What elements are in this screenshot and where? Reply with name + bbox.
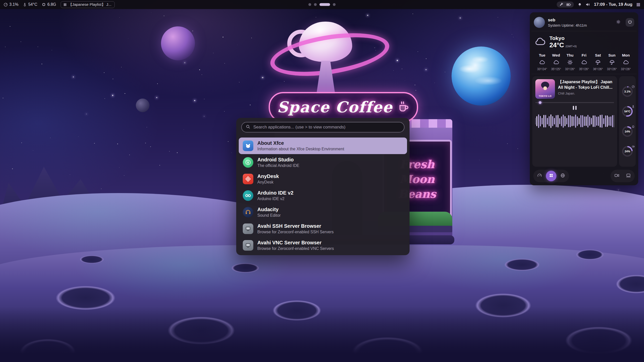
forecast-day: Tue 33°/24° [535, 53, 549, 71]
workspace-dot[interactable] [333, 3, 336, 6]
app-grid-icon[interactable] [636, 3, 640, 7]
weather-city: Tokyo [549, 35, 577, 41]
star [223, 37, 223, 37]
system-gauges: 3.1% 54°C 14% 24% [619, 76, 636, 167]
temperature-stat-value: 54°C [28, 2, 37, 7]
topbar-left-group: 3.1% 54°C 6.8G 【Japanese Playlist】 J... [4, 1, 115, 8]
system-tray[interactable] [557, 2, 574, 8]
star [445, 72, 445, 72]
star [397, 60, 398, 61]
display-button[interactable] [623, 171, 634, 181]
app-row-arduino-ide[interactable]: Arduino IDE v2Arduino IDE v2 [239, 187, 407, 204]
waveform-bar [542, 118, 543, 125]
waveform-bar [601, 115, 602, 128]
star [125, 93, 125, 94]
waveform-bar [535, 118, 536, 124]
waveform-bar [568, 115, 569, 127]
search-input[interactable] [253, 124, 400, 130]
star [426, 58, 427, 59]
star [517, 149, 518, 149]
star [42, 64, 42, 64]
track-title: 【Japanese Playlist】 Japan All Night - To… [558, 79, 613, 90]
now-playing-widget[interactable]: 【Japanese Playlist】 J... [61, 1, 115, 8]
app-description: Browse for Zeroconf-enabled VNC Servers [257, 246, 334, 251]
apps-button[interactable] [546, 171, 556, 181]
waveform-bar [573, 116, 574, 126]
star [184, 62, 185, 63]
waveform-bar [536, 116, 537, 126]
video-camera-icon [614, 173, 619, 179]
star [113, 79, 113, 79]
star [21, 143, 22, 143]
power-button[interactable] [626, 18, 634, 27]
star [150, 146, 151, 147]
app-row-android-studio[interactable]: Android StudioThe official Android IDE [239, 154, 407, 171]
workspace-indicator [308, 3, 336, 6]
waveform-bar [552, 116, 553, 126]
app-description: The official Android IDE [257, 163, 299, 168]
app-row-audacity[interactable]: AudacitySound Editor [239, 204, 407, 220]
star [121, 67, 122, 67]
foreground-shadow [0, 307, 644, 362]
waveform-bar [609, 117, 610, 125]
app-row-avahi-vnc[interactable]: Avahi VNC Server BrowserBrowse for Zeroc… [239, 237, 407, 253]
waveform-bar [561, 116, 562, 126]
star [128, 38, 129, 39]
seek-handle[interactable] [539, 101, 541, 104]
dashboard-icon [537, 173, 542, 179]
waveform-bar [600, 115, 601, 127]
waveform-bar [580, 115, 581, 127]
music-player: TOKYO LO 【Japanese Playlist】 Japan All N… [532, 76, 617, 167]
app-name: Audacity [257, 206, 281, 212]
notifications-bell-icon[interactable] [578, 3, 582, 7]
battery-icon [566, 3, 571, 6]
star [199, 69, 200, 70]
star [224, 63, 225, 64]
disk-icon [632, 145, 635, 149]
star [21, 41, 21, 42]
app-name: Android Studio [257, 157, 299, 163]
waveform-bar [550, 114, 551, 128]
volume-icon[interactable] [586, 2, 590, 7]
star [498, 17, 498, 18]
wrench-icon [559, 3, 564, 7]
umbrella-icon [609, 59, 615, 66]
star [145, 143, 146, 143]
star [213, 53, 214, 53]
star [119, 17, 120, 18]
app-row-anydesk[interactable]: AnyDeskAnyDesk [239, 171, 407, 187]
clock[interactable]: 17:09 - Tue, 19 Aug [594, 2, 632, 7]
neon-sign: Space Coffee [269, 92, 418, 122]
cloud-icon [623, 59, 629, 66]
star [237, 45, 237, 45]
workspace-dot[interactable] [314, 3, 317, 6]
star [119, 167, 119, 168]
album-art: TOKYO LO [535, 79, 555, 99]
workspace-dot[interactable] [308, 3, 311, 6]
settings-button[interactable] [614, 18, 623, 27]
screen-record-button[interactable] [612, 171, 622, 181]
star [224, 111, 225, 112]
web-button[interactable] [557, 171, 568, 181]
app-row-about-xfce[interactable]: About XfceInformation about the Xfce Des… [239, 138, 407, 154]
crater [571, 248, 609, 262]
dashboard-button[interactable] [534, 171, 545, 181]
star [425, 69, 427, 70]
temperature-gauge: 54°C [621, 105, 633, 117]
workspace-dot-active[interactable] [319, 3, 330, 6]
star [28, 112, 28, 112]
waveform-bar [572, 116, 573, 126]
pause-button[interactable] [573, 106, 577, 110]
topbar-right-group: 17:09 - Tue, 19 Aug [557, 2, 640, 8]
waveform-bar [575, 115, 576, 128]
memory-gauge: 14% [621, 125, 633, 138]
star [86, 114, 87, 115]
cloud-icon [539, 59, 545, 66]
user-section: seb System Uptime: 4h11m [531, 14, 637, 31]
earth-planet [452, 47, 511, 106]
seek-bar[interactable] [535, 102, 614, 103]
search-bar[interactable] [241, 122, 405, 132]
waveform-bar [547, 118, 548, 124]
app-row-avahi-ssh[interactable]: Avahi SSH Server BrowserBrowse for Zeroc… [239, 220, 407, 237]
waveform-bar [540, 116, 541, 126]
